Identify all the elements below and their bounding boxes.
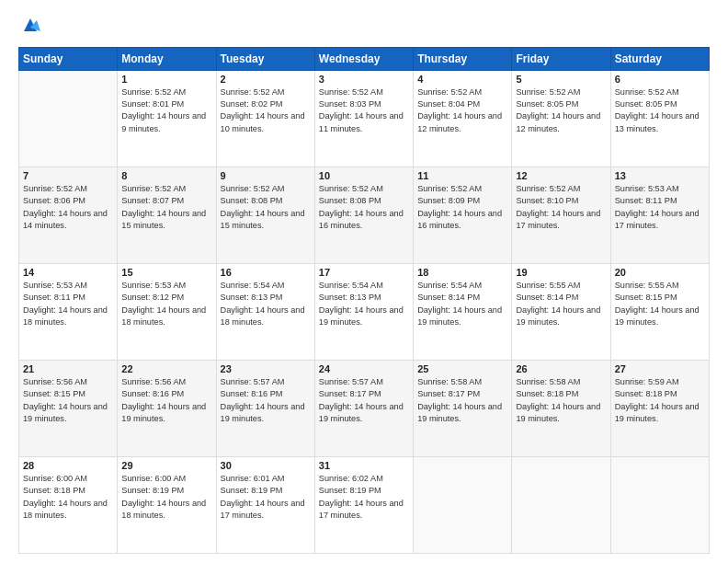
sunrise-text: Sunrise: 5:52 AM <box>417 87 482 97</box>
daylight-text: Daylight: 14 hours and 19 minutes. <box>516 402 600 423</box>
day-number: 11 <box>417 170 507 181</box>
sunset-text: Sunset: 8:09 PM <box>417 196 480 205</box>
day-number: 6 <box>615 74 705 85</box>
daylight-text: Daylight: 14 hours and 17 minutes. <box>319 499 404 520</box>
calendar-day-cell: 26Sunrise: 5:58 AMSunset: 8:18 PMDayligh… <box>512 360 610 456</box>
sunrise-text: Sunrise: 5:58 AM <box>516 377 580 386</box>
day-info: Sunrise: 5:54 AMSunset: 8:13 PMDaylight:… <box>319 280 409 328</box>
calendar-day-cell: 29Sunrise: 6:00 AMSunset: 8:19 PMDayligh… <box>118 456 216 553</box>
sunset-text: Sunset: 8:06 PM <box>23 196 85 205</box>
sunrise-text: Sunrise: 5:57 AM <box>221 377 285 386</box>
day-number: 18 <box>417 267 507 278</box>
day-info: Sunrise: 5:55 AMSunset: 8:14 PMDaylight:… <box>516 280 606 328</box>
calendar-day-cell: 18Sunrise: 5:54 AMSunset: 8:14 PMDayligh… <box>414 263 512 360</box>
sunset-text: Sunset: 8:08 PM <box>319 196 381 205</box>
day-info: Sunrise: 5:58 AMSunset: 8:17 PMDaylight:… <box>417 376 507 425</box>
day-number: 7 <box>23 170 113 181</box>
calendar-day-cell: 22Sunrise: 5:56 AMSunset: 8:16 PMDayligh… <box>118 360 216 456</box>
calendar-day-cell: 19Sunrise: 5:55 AMSunset: 8:14 PMDayligh… <box>512 263 610 360</box>
day-info: Sunrise: 5:53 AMSunset: 8:11 PMDaylight:… <box>23 280 113 328</box>
sunrise-text: Sunrise: 5:52 AM <box>121 184 186 193</box>
sunset-text: Sunset: 8:16 PM <box>121 389 184 398</box>
calendar-week-row: 28Sunrise: 6:00 AMSunset: 8:18 PMDayligh… <box>19 456 710 553</box>
calendar-day-header: Wednesday <box>314 47 413 70</box>
day-number: 23 <box>221 363 311 374</box>
calendar-day-cell: 31Sunrise: 6:02 AMSunset: 8:19 PMDayligh… <box>314 456 413 553</box>
daylight-text: Daylight: 14 hours and 17 minutes. <box>221 499 305 520</box>
day-number: 15 <box>121 267 211 278</box>
calendar-header-row: SundayMondayTuesdayWednesdayThursdayFrid… <box>19 47 710 70</box>
calendar-day-cell: 9Sunrise: 5:52 AMSunset: 8:08 PMDaylight… <box>216 167 314 263</box>
daylight-text: Daylight: 14 hours and 18 minutes. <box>23 499 108 520</box>
daylight-text: Daylight: 14 hours and 13 minutes. <box>615 111 700 132</box>
day-number: 13 <box>615 170 705 181</box>
sunset-text: Sunset: 8:11 PM <box>23 293 85 302</box>
sunrise-text: Sunrise: 5:53 AM <box>615 184 679 193</box>
calendar-day-cell: 15Sunrise: 5:53 AMSunset: 8:12 PMDayligh… <box>118 263 216 360</box>
calendar-day-cell: 30Sunrise: 6:01 AMSunset: 8:19 PMDayligh… <box>216 456 314 553</box>
day-number: 3 <box>319 74 409 85</box>
sunset-text: Sunset: 8:12 PM <box>121 293 184 302</box>
day-info: Sunrise: 6:01 AMSunset: 8:19 PMDaylight:… <box>221 473 311 522</box>
daylight-text: Daylight: 14 hours and 19 minutes. <box>417 305 502 327</box>
day-number: 26 <box>516 363 606 374</box>
logo <box>18 15 40 40</box>
sunset-text: Sunset: 8:19 PM <box>121 486 184 495</box>
calendar-week-row: 21Sunrise: 5:56 AMSunset: 8:15 PMDayligh… <box>19 360 710 456</box>
sunrise-text: Sunrise: 5:54 AM <box>319 281 383 290</box>
daylight-text: Daylight: 14 hours and 19 minutes. <box>319 305 404 327</box>
sunrise-text: Sunrise: 5:55 AM <box>516 281 580 290</box>
sunset-text: Sunset: 8:11 PM <box>615 196 677 205</box>
daylight-text: Daylight: 14 hours and 9 minutes. <box>121 111 206 132</box>
day-number: 17 <box>319 267 409 278</box>
daylight-text: Daylight: 14 hours and 18 minutes. <box>23 305 108 327</box>
day-number: 30 <box>221 460 311 471</box>
calendar-day-header: Tuesday <box>216 47 314 70</box>
daylight-text: Daylight: 14 hours and 17 minutes. <box>615 209 700 230</box>
logo-icon <box>20 15 40 35</box>
day-number: 16 <box>221 267 311 278</box>
calendar-day-cell: 27Sunrise: 5:59 AMSunset: 8:18 PMDayligh… <box>610 360 709 456</box>
sunset-text: Sunset: 8:04 PM <box>417 99 480 109</box>
calendar-day-header: Saturday <box>610 47 709 70</box>
sunrise-text: Sunrise: 5:53 AM <box>121 281 186 290</box>
day-info: Sunrise: 5:52 AMSunset: 8:03 PMDaylight:… <box>319 86 409 135</box>
sunrise-text: Sunrise: 5:58 AM <box>417 377 482 386</box>
sunset-text: Sunset: 8:01 PM <box>121 99 184 109</box>
day-number: 10 <box>319 170 409 181</box>
daylight-text: Daylight: 14 hours and 19 minutes. <box>417 402 502 423</box>
day-info: Sunrise: 5:57 AMSunset: 8:16 PMDaylight:… <box>221 376 311 425</box>
sunrise-text: Sunrise: 5:57 AM <box>319 377 383 386</box>
day-info: Sunrise: 6:02 AMSunset: 8:19 PMDaylight:… <box>319 473 409 522</box>
daylight-text: Daylight: 14 hours and 19 minutes. <box>121 402 206 423</box>
sunrise-text: Sunrise: 6:00 AM <box>121 474 186 483</box>
daylight-text: Daylight: 14 hours and 15 minutes. <box>121 209 206 230</box>
daylight-text: Daylight: 14 hours and 10 minutes. <box>221 111 305 132</box>
day-number: 2 <box>221 74 311 85</box>
calendar-day-cell: 6Sunrise: 5:52 AMSunset: 8:05 PMDaylight… <box>610 70 709 167</box>
calendar-day-cell <box>512 456 610 553</box>
calendar-day-cell: 14Sunrise: 5:53 AMSunset: 8:11 PMDayligh… <box>19 263 118 360</box>
calendar-day-header: Monday <box>118 47 216 70</box>
sunrise-text: Sunrise: 5:52 AM <box>319 87 383 97</box>
daylight-text: Daylight: 14 hours and 11 minutes. <box>319 111 404 132</box>
daylight-text: Daylight: 14 hours and 19 minutes. <box>319 402 404 423</box>
day-number: 12 <box>516 170 606 181</box>
day-info: Sunrise: 5:52 AMSunset: 8:02 PMDaylight:… <box>221 86 311 135</box>
sunset-text: Sunset: 8:13 PM <box>319 293 381 302</box>
daylight-text: Daylight: 14 hours and 17 minutes. <box>516 209 600 230</box>
day-info: Sunrise: 5:58 AMSunset: 8:18 PMDaylight:… <box>516 376 606 425</box>
calendar-week-row: 14Sunrise: 5:53 AMSunset: 8:11 PMDayligh… <box>19 263 710 360</box>
day-number: 1 <box>121 74 211 85</box>
daylight-text: Daylight: 14 hours and 14 minutes. <box>23 209 108 230</box>
day-info: Sunrise: 5:52 AMSunset: 8:10 PMDaylight:… <box>516 183 606 232</box>
calendar-day-cell: 21Sunrise: 5:56 AMSunset: 8:15 PMDayligh… <box>19 360 118 456</box>
daylight-text: Daylight: 14 hours and 19 minutes. <box>615 402 700 423</box>
sunrise-text: Sunrise: 5:52 AM <box>417 184 482 193</box>
day-number: 4 <box>417 74 507 85</box>
sunrise-text: Sunrise: 5:59 AM <box>615 377 679 386</box>
sunset-text: Sunset: 8:08 PM <box>221 196 283 205</box>
day-info: Sunrise: 5:52 AMSunset: 8:06 PMDaylight:… <box>23 183 113 232</box>
calendar-table: SundayMondayTuesdayWednesdayThursdayFrid… <box>18 47 710 554</box>
daylight-text: Daylight: 14 hours and 15 minutes. <box>221 209 305 230</box>
